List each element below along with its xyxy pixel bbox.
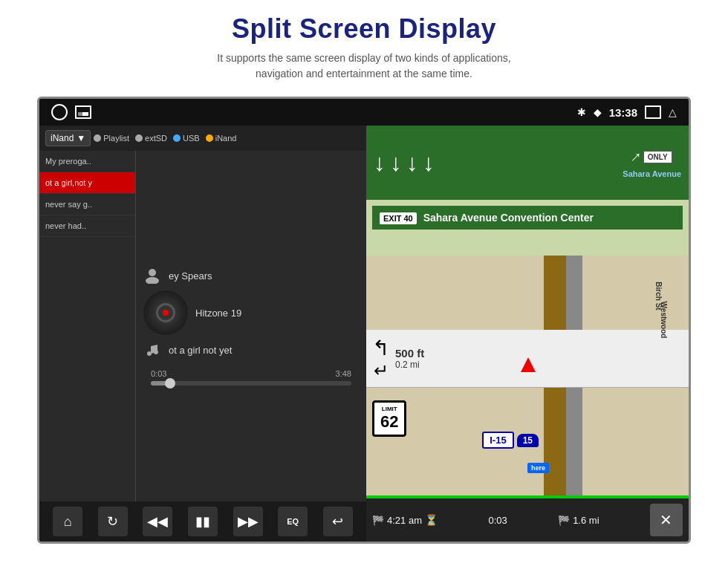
interstate-section: I-15 15 (482, 432, 539, 449)
back-icon: △ (669, 106, 677, 118)
progress-thumb[interactable] (165, 378, 175, 388)
source-tab-usb[interactable]: USB (173, 134, 200, 143)
eta-distance: 🏁 1.6 mi (558, 515, 599, 526)
progress-times: 0:03 3:48 (151, 369, 351, 378)
exit-sign: EXIT 40 Sahara Avenue Convention Center (372, 206, 683, 230)
progress-bar[interactable] (151, 381, 351, 386)
prev-button[interactable]: ◀◀ (143, 507, 172, 536)
image-icon (75, 105, 91, 119)
only-badge: ONLY (643, 151, 672, 163)
artist-icon (143, 267, 161, 284)
eq-button[interactable]: EQ (278, 507, 308, 536)
map-area: LIMIT 62 here ↰ ↵ 500 ft (366, 256, 689, 497)
nav-bottom-bar: 🏁 4:21 am ⏳ 0:03 🏁 1.6 mi ✕ (366, 498, 689, 542)
radio-dot-usb (173, 134, 181, 142)
turn-road-dist: 0.2 mi (395, 360, 424, 370)
page-wrapper: Split Screen Display It supports the sam… (0, 0, 728, 544)
here-logo: here (527, 463, 549, 473)
playlist-item-0[interactable]: My preroga.. (39, 151, 135, 172)
pause-button[interactable]: ▮▮ (188, 507, 218, 536)
back-button[interactable]: ↩ (323, 507, 353, 536)
controls-bar: ⌂ ↻ ◀◀ ▮▮ ▶▶ EQ ↩ (39, 501, 366, 542)
only-section: ↑ ONLY Sahara Avenue (623, 147, 681, 178)
song-row: ot a girl not yet (143, 341, 359, 359)
playlist-item-2[interactable]: never say g.. (39, 194, 135, 215)
speed-label: LIMIT (380, 406, 398, 412)
turn-fork-icon: ↵ (374, 360, 389, 381)
window-icon (645, 105, 661, 119)
nav-panel: ↓ ↓ ↓ ↓ ↑ ONLY Sahara Avenue (366, 126, 689, 542)
track-info: ey Spears Hitzone 19 (143, 267, 359, 359)
song-name: ot a girl not yet (169, 345, 232, 356)
down-arrow-3: ↓ (406, 149, 418, 177)
source-label: iNand (51, 133, 74, 143)
eta-start: 🏁 4:21 am ⏳ (372, 514, 438, 526)
eta-duration: 0:03 (488, 515, 507, 526)
source-tabs: Playlist extSD USB iNand (94, 134, 236, 143)
source-tab-playlist[interactable]: Playlist (94, 134, 129, 143)
source-tab-usb-label: USB (183, 134, 200, 143)
westwood-label: Westwood (660, 302, 668, 339)
svg-point-0 (149, 269, 156, 276)
artist-row: ey Spears (143, 267, 359, 284)
speed-limit-sign: LIMIT 62 (372, 400, 406, 437)
sahara-label: Sahara Avenue (623, 169, 681, 178)
bluetooth-icon: ✱ (577, 106, 586, 118)
chevron-down-icon: ▼ (77, 133, 85, 143)
status-left (51, 104, 91, 120)
clock-icon: ⏳ (425, 514, 438, 526)
music-note-icon (143, 341, 161, 359)
page-title: Split Screen Display (0, 13, 728, 45)
location-icon: ◆ (594, 106, 602, 118)
artist-name: ey Spears (169, 270, 212, 282)
flag-start-icon: 🏁 (372, 515, 384, 526)
eta-dist-value: 1.6 mi (573, 515, 599, 526)
exit-dest: Sahara Avenue Convention Center (423, 212, 594, 224)
radio-dot-inand (206, 134, 213, 142)
exit-badge: EXIT 40 (380, 212, 417, 224)
vinyl-disc (143, 290, 188, 335)
page-header: Split Screen Display It supports the sam… (0, 0, 728, 89)
radio-dot-extsd (135, 134, 143, 142)
nav-close-button[interactable]: ✕ (650, 504, 683, 536)
source-dropdown[interactable]: iNand ▼ (45, 130, 91, 146)
progress-area: 0:03 3:48 (143, 369, 359, 386)
down-arrow-4: ↓ (423, 149, 435, 177)
interstate-shield: 15 (517, 434, 539, 447)
source-tab-inand[interactable]: iNand (206, 134, 237, 143)
source-tab-extsd[interactable]: extSD (135, 134, 167, 143)
source-selector: iNand ▼ Playlist extSD (39, 126, 366, 151)
playlist-item-3[interactable]: never had.. (39, 215, 135, 237)
source-tab-inand-label: iNand (215, 134, 237, 143)
page-subtitle: It supports the same screen display of t… (0, 51, 728, 82)
turn-distance: 500 ft (395, 347, 424, 360)
status-right: ✱ ◆ 13:38 △ (577, 105, 677, 119)
svg-point-1 (146, 277, 159, 284)
music-panel: iNand ▼ Playlist extSD (39, 126, 366, 542)
status-time: 13:38 (609, 106, 637, 119)
highway-arrows: ↓ ↓ ↓ ↓ (374, 149, 435, 177)
time-current: 0:03 (151, 369, 166, 378)
svg-point-3 (154, 350, 158, 354)
next-button[interactable]: ▶▶ (233, 507, 263, 536)
time-total: 3:48 (336, 369, 351, 378)
playlist-column: My preroga.. ot a girl,not y never say g… (39, 151, 136, 501)
vinyl-center (163, 310, 169, 316)
eta-time: 4:21 am (387, 515, 422, 526)
source-tab-extsd-label: extSD (145, 134, 167, 143)
svg-point-2 (147, 351, 152, 356)
interstate-label: I-15 (482, 432, 513, 449)
playlist-item-1[interactable]: ot a girl,not y (39, 172, 135, 194)
circle-icon (51, 104, 68, 120)
flag-end-icon: 🏁 (558, 515, 570, 526)
music-controls: ey Spears Hitzone 19 (136, 151, 366, 501)
turn-dist-info: 500 ft 0.2 mi (395, 347, 424, 370)
repeat-button[interactable]: ↻ (98, 507, 128, 536)
highway-sign: ↓ ↓ ↓ ↓ ↑ ONLY Sahara Avenue (366, 126, 689, 200)
down-arrow-2: ↓ (390, 149, 402, 177)
radio-dot-playlist (94, 134, 101, 142)
home-button[interactable]: ⌂ (53, 507, 82, 536)
album-name: Hitzone 19 (195, 308, 241, 319)
split-screen: iNand ▼ Playlist extSD (39, 126, 689, 542)
down-arrow-1: ↓ (374, 149, 386, 177)
